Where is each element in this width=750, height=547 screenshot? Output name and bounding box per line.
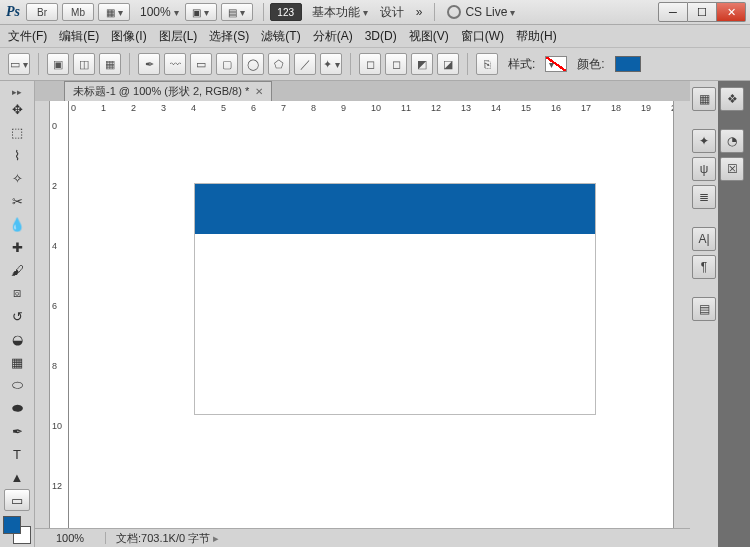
horizontal-ruler: 01234567891011121314151617181920 (69, 101, 673, 120)
history-brush-tool[interactable]: ↺ (4, 305, 30, 327)
panel-nav-icon[interactable]: ◔ (720, 129, 744, 153)
close-tab-icon[interactable]: ✕ (255, 86, 263, 97)
app-logo: Ps (6, 4, 26, 20)
path-select-tool[interactable]: ▲ (4, 466, 30, 488)
document-tab[interactable]: 未标题-1 @ 100% (形状 2, RGB/8) * ✕ (64, 81, 272, 102)
titlebar-num[interactable]: 123 (270, 3, 302, 21)
paths-icon[interactable]: ◫ (73, 53, 95, 75)
panel-para-icon[interactable]: ¶ (692, 255, 716, 279)
menu-help[interactable]: 帮助(H) (516, 28, 557, 45)
workspace-more[interactable]: » (416, 5, 423, 19)
rectangle-tool[interactable]: ▭ (4, 489, 30, 511)
menu-image[interactable]: 图像(I) (111, 28, 146, 45)
vertical-scrollbar[interactable] (673, 101, 690, 528)
eraser-tool[interactable]: ◒ (4, 328, 30, 350)
path-subtract-icon[interactable]: ◻ (385, 53, 407, 75)
polygon-icon[interactable]: ⬠ (268, 53, 290, 75)
eyedropper-tool[interactable]: 💧 (4, 213, 30, 235)
lasso-tool[interactable]: ⌇ (4, 144, 30, 166)
type-tool[interactable]: T (4, 443, 30, 465)
style-label: 样式: (508, 56, 535, 73)
menu-select[interactable]: 选择(S) (209, 28, 249, 45)
minibridge-button[interactable]: Mb (62, 3, 94, 21)
menu-3d[interactable]: 3D(D) (365, 29, 397, 43)
move-tool[interactable]: ✥ (4, 98, 30, 120)
workspace-basic[interactable]: 基本功能 (312, 4, 368, 21)
panel-swatches-icon[interactable]: ✦ (692, 129, 716, 153)
color-chips[interactable] (3, 516, 31, 544)
wand-tool[interactable]: ✧ (4, 167, 30, 189)
menu-edit[interactable]: 编辑(E) (59, 28, 99, 45)
fill-pixels-icon[interactable]: ▦ (99, 53, 121, 75)
menu-filter[interactable]: 滤镜(T) (261, 28, 300, 45)
freeform-pen-icon[interactable]: 〰 (164, 53, 186, 75)
menu-layer[interactable]: 图层(L) (159, 28, 198, 45)
window-minimize[interactable]: ─ (658, 2, 688, 22)
pen-tool[interactable]: ✒ (4, 420, 30, 442)
style-swatch[interactable] (545, 56, 567, 72)
titlebar: Ps Br Mb ▦ 100% ▣ ▤ 123 基本功能 设计 » CS Liv… (0, 0, 750, 25)
cslive-button[interactable]: CS Live (447, 5, 515, 20)
options-bar: ▭ ▣ ◫ ▦ ✒ 〰 ▭ ▢ ◯ ⬠ ／ ✦ ◻ ◻ ◩ ◪ ⎘ 样式: 颜色… (0, 48, 750, 81)
menubar: 文件(F) 编辑(E) 图像(I) 图层(L) 选择(S) 滤镜(T) 分析(A… (0, 25, 750, 48)
panel-color-icon[interactable]: ▦ (692, 87, 716, 111)
ellipse-icon[interactable]: ◯ (242, 53, 264, 75)
line-icon[interactable]: ／ (294, 53, 316, 75)
blur-tool[interactable]: ⬭ (4, 374, 30, 396)
titlebar-zoom[interactable]: 100% (140, 5, 179, 19)
menu-analysis[interactable]: 分析(A) (313, 28, 353, 45)
heal-tool[interactable]: ✚ (4, 236, 30, 258)
color-label: 颜色: (577, 56, 604, 73)
panel-layers-icon[interactable]: ▤ (692, 297, 716, 321)
marquee-tool[interactable]: ⬚ (4, 121, 30, 143)
fg-color-chip[interactable] (3, 516, 21, 534)
rrect-icon[interactable]: ▢ (216, 53, 238, 75)
toolbox: ▸▸ ✥ ⬚ ⌇ ✧ ✂ 💧 ✚ 🖌 ⧇ ↺ ◒ ▦ ⬭ ⬬ ✒ T ▲ ▭ (0, 81, 35, 547)
crop-tool[interactable]: ✂ (4, 190, 30, 212)
right-dock: ▦ ✦ ψ ≣ A| ¶ ▤ ❖ ◔ ☒ (690, 81, 750, 547)
screen-mode-button[interactable]: ▣ (185, 3, 217, 21)
shape-rectangle[interactable] (195, 184, 595, 234)
document-tab-title: 未标题-1 @ 100% (形状 2, RGB/8) * (73, 84, 249, 99)
dodge-tool[interactable]: ⬬ (4, 397, 30, 419)
status-zoom[interactable]: 100% (35, 532, 106, 544)
rect-icon[interactable]: ▭ (190, 53, 212, 75)
pen-icon[interactable]: ✒ (138, 53, 160, 75)
path-intersect-icon[interactable]: ◩ (411, 53, 433, 75)
link-icon[interactable]: ⎘ (476, 53, 498, 75)
window-maximize[interactable]: ☐ (688, 2, 717, 22)
panel-info-icon[interactable]: ☒ (720, 157, 744, 181)
path-exclude-icon[interactable]: ◪ (437, 53, 459, 75)
status-bar: 100% 文档:703.1K/0 字节 (35, 528, 690, 547)
panel-adjust-icon[interactable]: ≣ (692, 185, 716, 209)
panel-styles-icon[interactable]: ψ (692, 157, 716, 181)
color-swatch[interactable] (615, 56, 641, 72)
stamp-tool[interactable]: ⧇ (4, 282, 30, 304)
path-add-icon[interactable]: ◻ (359, 53, 381, 75)
document-tabstrip: 未标题-1 @ 100% (形状 2, RGB/8) * ✕ (35, 81, 690, 101)
shape-layers-icon[interactable]: ▣ (47, 53, 69, 75)
menu-file[interactable]: 文件(F) (8, 28, 47, 45)
menu-window[interactable]: 窗口(W) (461, 28, 504, 45)
menu-view[interactable]: 视图(V) (409, 28, 449, 45)
view-extras-button[interactable]: ▤ (221, 3, 253, 21)
canvas[interactable] (69, 119, 673, 528)
tool-preset[interactable]: ▭ (8, 53, 30, 75)
brush-tool[interactable]: 🖌 (4, 259, 30, 281)
window-close[interactable]: ✕ (717, 2, 746, 22)
gradient-tool[interactable]: ▦ (4, 351, 30, 373)
custom-shape-icon[interactable]: ✦ (320, 53, 342, 75)
workspace-design[interactable]: 设计 (380, 4, 404, 21)
panel-history-icon[interactable]: ❖ (720, 87, 744, 111)
status-docinfo[interactable]: 文档:703.1K/0 字节 (116, 531, 219, 546)
bridge-button[interactable]: Br (26, 3, 58, 21)
arrange-docs-button[interactable]: ▦ (98, 3, 130, 21)
panel-char-icon[interactable]: A| (692, 227, 716, 251)
vertical-ruler: 024681012 (50, 101, 69, 528)
artboard (194, 183, 596, 415)
